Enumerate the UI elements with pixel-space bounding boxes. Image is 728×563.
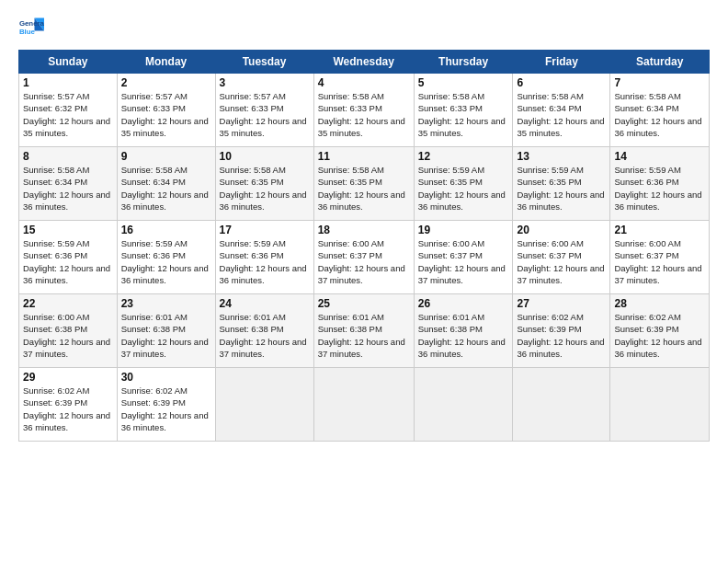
calendar-cell: 8Sunrise: 5:58 AMSunset: 6:34 PMDaylight…	[19, 147, 118, 221]
day-number: 27	[517, 297, 606, 310]
day-number: 13	[517, 150, 606, 163]
calendar-cell: 25Sunrise: 6:01 AMSunset: 6:38 PMDayligh…	[313, 294, 414, 368]
day-info: Sunrise: 6:02 AMSunset: 6:39 PMDaylight:…	[614, 311, 705, 360]
day-number: 11	[318, 150, 410, 163]
day-info: Sunrise: 6:01 AMSunset: 6:38 PMDaylight:…	[220, 311, 310, 360]
calendar-week-3: 15Sunrise: 5:59 AMSunset: 6:36 PMDayligh…	[19, 221, 710, 294]
day-number: 3	[220, 76, 310, 89]
day-info: Sunrise: 6:00 AMSunset: 6:37 PMDaylight:…	[614, 237, 705, 286]
calendar-cell: 3Sunrise: 5:57 AMSunset: 6:33 PMDaylight…	[215, 74, 313, 147]
calendar-cell: 24Sunrise: 6:01 AMSunset: 6:38 PMDayligh…	[215, 294, 313, 368]
page: General Blue SundayMondayTuesdayWednesda…	[0, 0, 728, 451]
day-number: 4	[318, 76, 410, 89]
calendar-cell: 4Sunrise: 5:58 AMSunset: 6:33 PMDaylight…	[313, 74, 414, 147]
calendar-body: 1Sunrise: 5:57 AMSunset: 6:32 PMDaylight…	[19, 74, 710, 442]
day-number: 23	[121, 297, 211, 310]
weekday-header-saturday: Saturday	[610, 51, 710, 74]
weekday-header-tuesday: Tuesday	[215, 51, 313, 74]
day-number: 15	[23, 224, 113, 236]
day-info: Sunrise: 6:01 AMSunset: 6:38 PMDaylight:…	[418, 311, 509, 360]
logo: General Blue	[18, 15, 44, 40]
header: General Blue	[18, 15, 710, 40]
calendar-week-5: 29Sunrise: 6:02 AMSunset: 6:39 PMDayligh…	[19, 368, 710, 442]
day-info: Sunrise: 6:02 AMSunset: 6:39 PMDaylight:…	[121, 385, 211, 433]
day-number: 16	[121, 224, 211, 236]
calendar-cell	[313, 368, 414, 442]
day-info: Sunrise: 5:58 AMSunset: 6:33 PMDaylight:…	[418, 90, 509, 139]
calendar-cell: 13Sunrise: 5:59 AMSunset: 6:35 PMDayligh…	[513, 147, 610, 221]
day-info: Sunrise: 6:02 AMSunset: 6:39 PMDaylight:…	[517, 311, 606, 360]
weekday-header-row: SundayMondayTuesdayWednesdayThursdayFrid…	[19, 51, 710, 74]
calendar-cell: 17Sunrise: 5:59 AMSunset: 6:36 PMDayligh…	[215, 221, 313, 294]
calendar-cell: 5Sunrise: 5:58 AMSunset: 6:33 PMDaylight…	[414, 74, 513, 147]
day-number: 14	[614, 150, 705, 163]
day-number: 29	[23, 371, 113, 384]
weekday-header-wednesday: Wednesday	[313, 51, 414, 74]
calendar-cell: 30Sunrise: 6:02 AMSunset: 6:39 PMDayligh…	[117, 368, 215, 442]
calendar-week-2: 8Sunrise: 5:58 AMSunset: 6:34 PMDaylight…	[19, 147, 710, 221]
calendar-cell: 12Sunrise: 5:59 AMSunset: 6:35 PMDayligh…	[414, 147, 513, 221]
day-number: 24	[220, 297, 310, 310]
day-number: 2	[121, 76, 211, 89]
day-info: Sunrise: 5:59 AMSunset: 6:35 PMDaylight:…	[418, 164, 509, 213]
calendar-cell: 2Sunrise: 5:57 AMSunset: 6:33 PMDaylight…	[117, 74, 215, 147]
day-info: Sunrise: 6:00 AMSunset: 6:37 PMDaylight:…	[418, 237, 509, 286]
calendar-cell: 29Sunrise: 6:02 AMSunset: 6:39 PMDayligh…	[19, 368, 118, 442]
day-number: 28	[614, 297, 705, 310]
day-info: Sunrise: 5:57 AMSunset: 6:33 PMDaylight:…	[220, 90, 310, 139]
day-info: Sunrise: 5:59 AMSunset: 6:36 PMDaylight:…	[23, 237, 113, 286]
calendar-cell: 22Sunrise: 6:00 AMSunset: 6:38 PMDayligh…	[19, 294, 118, 368]
svg-text:General: General	[19, 19, 44, 28]
day-info: Sunrise: 5:58 AMSunset: 6:34 PMDaylight:…	[614, 90, 705, 139]
day-info: Sunrise: 6:00 AMSunset: 6:37 PMDaylight:…	[318, 237, 410, 286]
day-number: 26	[418, 297, 509, 310]
calendar-cell: 10Sunrise: 5:58 AMSunset: 6:35 PMDayligh…	[215, 147, 313, 221]
calendar-cell: 14Sunrise: 5:59 AMSunset: 6:36 PMDayligh…	[610, 147, 710, 221]
calendar-cell: 18Sunrise: 6:00 AMSunset: 6:37 PMDayligh…	[313, 221, 414, 294]
day-info: Sunrise: 5:59 AMSunset: 6:36 PMDaylight:…	[220, 237, 310, 286]
day-info: Sunrise: 5:59 AMSunset: 6:35 PMDaylight:…	[517, 164, 606, 213]
weekday-header-thursday: Thursday	[414, 51, 513, 74]
day-number: 18	[318, 224, 410, 236]
day-info: Sunrise: 5:58 AMSunset: 6:34 PMDaylight:…	[23, 164, 113, 213]
calendar-cell: 20Sunrise: 6:00 AMSunset: 6:37 PMDayligh…	[513, 221, 610, 294]
day-info: Sunrise: 6:02 AMSunset: 6:39 PMDaylight:…	[23, 385, 113, 433]
calendar-cell: 1Sunrise: 5:57 AMSunset: 6:32 PMDaylight…	[19, 74, 118, 147]
day-number: 30	[121, 371, 211, 384]
day-number: 1	[23, 76, 113, 89]
day-number: 5	[418, 76, 509, 89]
calendar-cell	[215, 368, 313, 442]
calendar-cell	[513, 368, 610, 442]
calendar-cell: 7Sunrise: 5:58 AMSunset: 6:34 PMDaylight…	[610, 74, 710, 147]
calendar-cell: 23Sunrise: 6:01 AMSunset: 6:38 PMDayligh…	[117, 294, 215, 368]
calendar-cell: 28Sunrise: 6:02 AMSunset: 6:39 PMDayligh…	[610, 294, 710, 368]
logo-icon: General Blue	[18, 15, 44, 40]
calendar-cell: 11Sunrise: 5:58 AMSunset: 6:35 PMDayligh…	[313, 147, 414, 221]
weekday-header-monday: Monday	[117, 51, 215, 74]
day-info: Sunrise: 5:59 AMSunset: 6:36 PMDaylight:…	[614, 164, 705, 213]
day-number: 17	[220, 224, 310, 236]
day-number: 9	[121, 150, 211, 163]
svg-text:Blue: Blue	[19, 28, 36, 36]
calendar-cell: 6Sunrise: 5:58 AMSunset: 6:34 PMDaylight…	[513, 74, 610, 147]
day-info: Sunrise: 6:00 AMSunset: 6:37 PMDaylight:…	[517, 237, 606, 286]
day-number: 8	[23, 150, 113, 163]
weekday-header-friday: Friday	[513, 51, 610, 74]
calendar-cell: 15Sunrise: 5:59 AMSunset: 6:36 PMDayligh…	[19, 221, 118, 294]
calendar-cell: 21Sunrise: 6:00 AMSunset: 6:37 PMDayligh…	[610, 221, 710, 294]
calendar-table: SundayMondayTuesdayWednesdayThursdayFrid…	[18, 50, 710, 442]
calendar-cell	[610, 368, 710, 442]
calendar-cell	[414, 368, 513, 442]
calendar-cell: 27Sunrise: 6:02 AMSunset: 6:39 PMDayligh…	[513, 294, 610, 368]
day-number: 6	[517, 76, 606, 89]
day-number: 20	[517, 224, 606, 236]
calendar-cell: 16Sunrise: 5:59 AMSunset: 6:36 PMDayligh…	[117, 221, 215, 294]
day-number: 12	[418, 150, 509, 163]
day-number: 25	[318, 297, 410, 310]
calendar-week-1: 1Sunrise: 5:57 AMSunset: 6:32 PMDaylight…	[19, 74, 710, 147]
day-info: Sunrise: 5:57 AMSunset: 6:32 PMDaylight:…	[23, 90, 113, 139]
day-number: 10	[220, 150, 310, 163]
day-number: 22	[23, 297, 113, 310]
day-number: 21	[614, 224, 705, 236]
day-info: Sunrise: 5:58 AMSunset: 6:33 PMDaylight:…	[318, 90, 410, 139]
